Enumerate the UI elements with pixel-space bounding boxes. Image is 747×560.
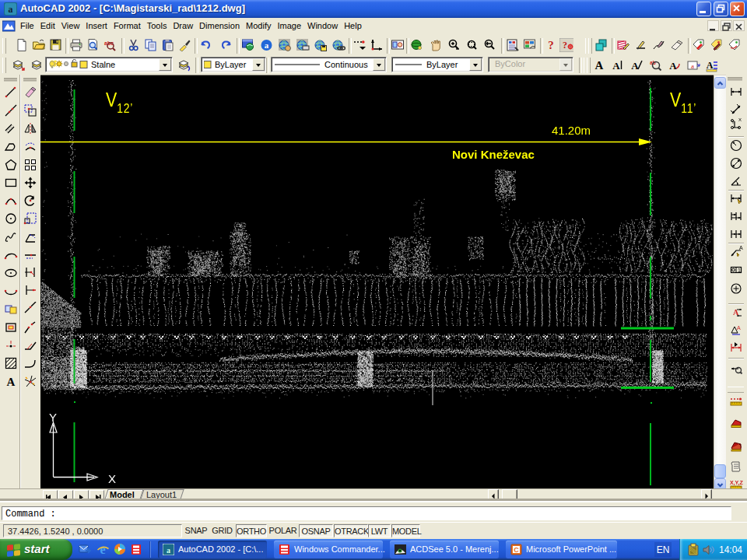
svg-text:ByLayer: ByLayer bbox=[215, 60, 247, 69]
svg-text:A: A bbox=[595, 59, 604, 72]
svg-text:1: 1 bbox=[738, 268, 741, 273]
svg-text:A: A bbox=[739, 245, 743, 250]
svg-text:A: A bbox=[737, 325, 741, 331]
svg-text:Continuous: Continuous bbox=[324, 60, 368, 69]
svg-text:C: C bbox=[514, 546, 519, 554]
svg-text:A: A bbox=[669, 60, 677, 72]
svg-text:X,Y,Z: X,Y,Z bbox=[730, 480, 743, 486]
svg-text:A: A bbox=[7, 376, 16, 388]
svg-text:A: A bbox=[612, 60, 620, 72]
svg-text:a: a bbox=[9, 4, 13, 15]
svg-text:e: e bbox=[100, 543, 105, 555]
svg-text:a: a bbox=[167, 546, 170, 555]
svg-text:a: a bbox=[265, 40, 269, 50]
svg-text:?: ? bbox=[563, 40, 567, 51]
svg-text:A: A bbox=[707, 60, 714, 71]
svg-text:?: ? bbox=[548, 39, 554, 51]
svg-text:Y: Y bbox=[49, 411, 57, 424]
svg-text:Stalne: Stalne bbox=[91, 60, 115, 69]
svg-text:X: X bbox=[738, 117, 742, 122]
svg-text:a: a bbox=[691, 62, 694, 70]
svg-text:ByLayer: ByLayer bbox=[426, 60, 458, 69]
svg-text:A: A bbox=[631, 60, 639, 72]
svg-text:X: X bbox=[108, 472, 116, 485]
